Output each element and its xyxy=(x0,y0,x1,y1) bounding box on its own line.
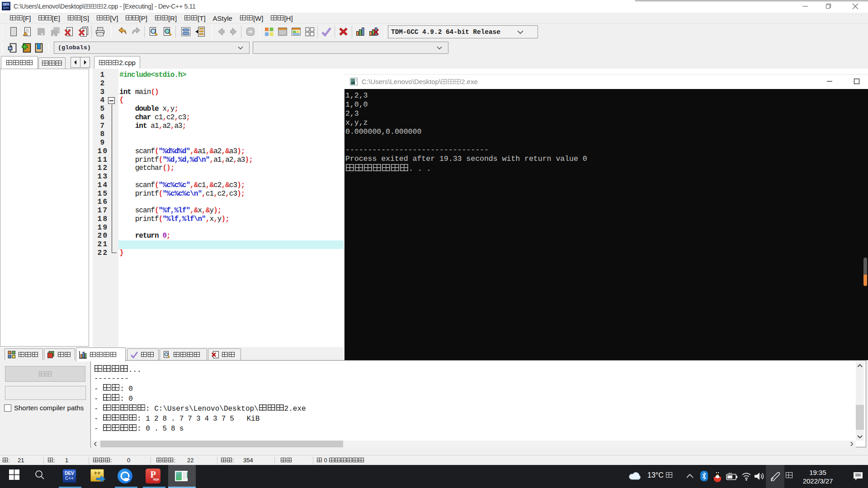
svg-text:C++: C++ xyxy=(3,6,9,9)
svg-text:DEV: DEV xyxy=(3,3,9,6)
